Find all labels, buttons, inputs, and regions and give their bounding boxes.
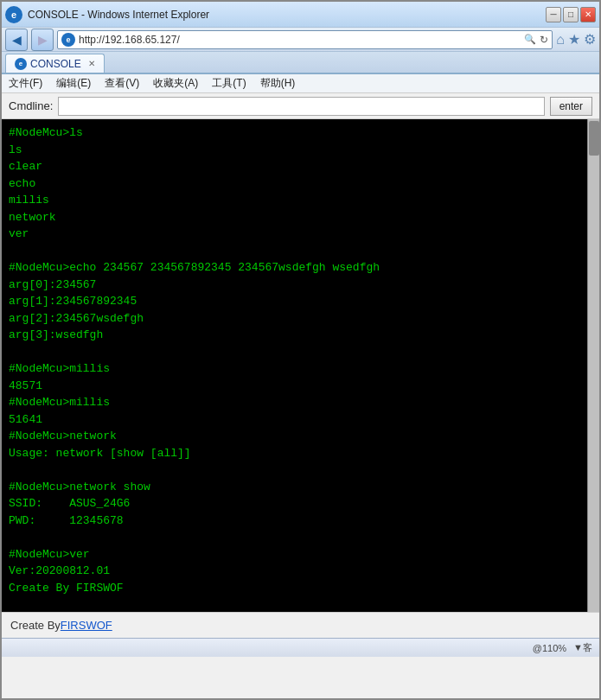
console-output-area: #NodeMcu>ls ls clear echo millis network… — [2, 119, 599, 612]
menu-tools[interactable]: 工具(T) — [212, 76, 246, 91]
home-icon[interactable]: ⌂ — [556, 32, 565, 48]
address-search-icon[interactable]: 🔍 — [524, 34, 536, 45]
tab-console[interactable]: e CONSOLE ✕ — [5, 54, 105, 73]
menu-bar: 文件(F) 编辑(E) 查看(V) 收藏夹(A) 工具(T) 帮助(H) — [2, 74, 599, 93]
tools-icon[interactable]: ⚙ — [584, 31, 596, 48]
scrollbar-track[interactable] — [587, 119, 599, 612]
status-bar: @110% ▼客 — [2, 638, 599, 657]
title-bar-left: e CONSOLE - Windows Internet Explorer — [5, 6, 209, 23]
ie-logo: e — [5, 6, 22, 23]
title-bar-title: CONSOLE - Windows Internet Explorer — [28, 9, 209, 21]
forward-button[interactable]: ▶ — [31, 29, 54, 51]
cmdline-bar: Cmdline: enter — [2, 93, 599, 119]
title-bar-buttons: ─ □ ✕ — [546, 7, 596, 22]
tab-close-icon[interactable]: ✕ — [88, 59, 95, 68]
menu-favorites[interactable]: 收藏夹(A) — [153, 76, 198, 91]
enter-button[interactable]: enter — [550, 97, 592, 116]
status-client: ▼客 — [573, 641, 592, 654]
status-zoom: @110% — [533, 643, 566, 653]
scrollbar-thumb[interactable] — [589, 121, 599, 156]
menu-edit[interactable]: 编辑(E) — [56, 76, 91, 91]
menu-view[interactable]: 查看(V) — [105, 76, 139, 91]
page-wrapper: Cmdline: enter #NodeMcu>ls ls clear echo… — [2, 93, 599, 638]
tab-label: CONSOLE — [30, 58, 81, 70]
address-refresh-icon[interactable]: ↻ — [540, 34, 548, 46]
back-button[interactable]: ◀ — [5, 29, 28, 51]
minimize-button[interactable]: ─ — [546, 7, 561, 22]
address-bar: ◀ ▶ e http://192.168.65.127/ 🔍 ↻ ⌂ ★ ⚙ — [2, 28, 599, 52]
favorites-icon[interactable]: ★ — [568, 31, 580, 48]
cmdline-input[interactable] — [58, 97, 544, 116]
footer-text: Create By — [10, 619, 61, 632]
address-url[interactable]: http://192.168.65.127/ — [79, 34, 521, 46]
close-button[interactable]: ✕ — [580, 7, 596, 22]
maximize-button[interactable]: □ — [563, 7, 579, 22]
console-text: #NodeMcu>ls ls clear echo millis network… — [9, 124, 592, 612]
address-input-wrap: e http://192.168.65.127/ 🔍 ↻ — [57, 30, 553, 49]
tab-ie-icon: e — [15, 58, 27, 70]
menu-file[interactable]: 文件(F) — [9, 76, 42, 91]
menu-help[interactable]: 帮助(H) — [260, 76, 296, 91]
cmdline-label: Cmdline: — [9, 99, 53, 112]
footer-link[interactable]: FIRSWOF — [61, 619, 112, 632]
tab-strip: e CONSOLE ✕ — [2, 52, 599, 74]
address-ie-icon: e — [61, 33, 75, 47]
footer-bar: Create By FIRSWOF — [2, 612, 599, 638]
title-bar: e CONSOLE - Windows Internet Explorer ─ … — [2, 2, 599, 28]
